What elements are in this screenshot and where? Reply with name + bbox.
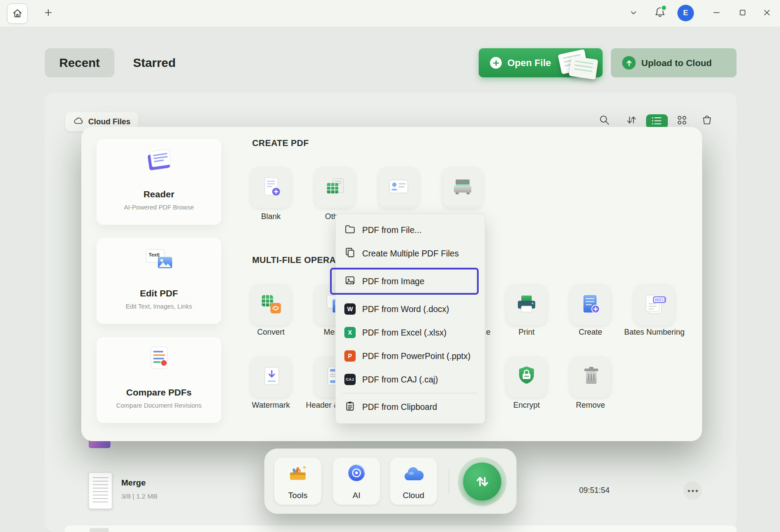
open-file-button[interactable]: Open File [479,48,603,77]
quick-convert-button[interactable] [458,457,507,506]
chevron-down-icon [628,7,639,20]
tab-recent-label: Recent [59,56,100,70]
compare-pdfs-icon [97,345,221,372]
file-time: 09:51:54 [579,486,610,495]
grid-view-toggle[interactable] [675,114,689,128]
card-title: Compare PDFs [97,387,221,398]
tab-starred[interactable]: Starred [133,48,176,77]
clipboard-icon [344,400,356,414]
file-thumbnail [90,528,109,532]
menu-item-pdf-from-powerpoint[interactable]: P PDF from PowerPoint (.pptx) [336,344,485,368]
watermark-icon [260,365,282,389]
blank-page-icon [260,175,282,200]
dock-item-label: Cloud [390,491,437,500]
card-title: Reader [97,189,221,200]
tile-blank[interactable] [250,167,291,208]
sort-icon [625,113,638,128]
menu-item-label: PDF from Excel (.xlsx) [362,328,447,338]
menu-item-pdf-from-word[interactable]: W PDF from Word (.docx) [336,297,485,321]
tile-bates-numbering[interactable]: 000123 [634,284,675,325]
maximize-button[interactable] [735,7,750,20]
dock-separator [449,468,449,494]
card-subtitle: AI-Powered PDF Browse [97,204,221,211]
card-subtitle: Compare Document Revisions [97,402,221,409]
upload-label: Upload to Cloud [641,48,712,77]
edit-pdf-icon: Text| [97,246,221,273]
dock-ai-button[interactable]: AI [333,458,380,505]
maximize-icon [738,8,747,19]
tile-convert[interactable] [250,284,291,325]
home-tab-button[interactable] [7,3,28,24]
create-pdf-dropdown-menu: PDF from File... Create Multiple PDF Fil… [335,213,485,424]
minimize-button[interactable] [709,7,724,20]
tile-label: Blank [236,212,306,221]
dock-cloud-button[interactable]: Cloud [390,458,437,505]
list-view-icon [651,116,663,127]
card-reader[interactable]: Reader AI-Powered PDF Browse [96,138,222,225]
trash-icon [579,365,602,389]
tile-label: Encrypt [492,401,561,410]
plus-circle-icon [490,57,502,69]
image-icon [344,275,356,288]
minimize-icon [712,8,721,19]
upload-arrow-icon [622,56,636,70]
menu-item-pdf-from-image[interactable]: PDF from Image [336,269,485,293]
new-tab-icon [43,7,53,20]
card-compare-pdfs[interactable]: Compare PDFs Compare Document Revisions [96,336,222,423]
notifications-button[interactable] [653,6,667,20]
upload-to-cloud-button[interactable]: Upload to Cloud [611,48,737,77]
bottom-dock: Tools AI Cloud [264,449,517,514]
tile-remove[interactable] [570,356,611,397]
row-more-button[interactable] [683,482,702,500]
tile-scanner[interactable] [442,167,483,208]
titlebar: E [0,0,780,27]
tile-watermark[interactable] [250,356,291,397]
store-icon [700,113,713,128]
tile-label: Print [492,328,561,337]
menu-item-pdf-from-file[interactable]: PDF from File... [336,218,485,242]
dock-tools-button[interactable]: Tools [274,458,321,505]
menu-item-create-multiple[interactable]: Create Multiple PDF Files [336,242,485,265]
reader-book-icon [97,146,221,173]
word-icon: W [344,303,356,315]
tile-other[interactable] [314,167,355,208]
file-thumbnail [89,472,112,509]
open-file-label: Open File [507,48,551,77]
tile-encrypt[interactable]: *** [506,356,547,397]
menu-item-label: PDF from Word (.docx) [362,304,449,314]
menu-item-pdf-from-caj[interactable]: CAJ PDF from CAJ (.caj) [336,368,485,391]
menu-item-label: PDF from File... [362,225,422,235]
menu-item-pdf-from-clipboard[interactable]: PDF from Clipboard [336,395,485,419]
next-file-row [65,525,737,532]
tab-list-button[interactable] [627,7,640,20]
menu-separator [343,393,478,393]
search-button[interactable] [597,114,611,128]
menu-item-label: PDF from Image [362,276,424,286]
card-edit-pdf[interactable]: Text| Edit PDF Edit Text, Images, Links [96,237,222,324]
new-tab-button[interactable] [42,7,55,20]
folder-icon [344,223,356,237]
create-pdf-heading: CREATE PDF [252,138,309,148]
tile-print[interactable] [506,284,547,325]
id-card-icon [387,175,410,200]
paper-stack-icon [569,56,598,80]
tile-label: Create [556,328,625,337]
user-avatar[interactable]: E [677,5,694,21]
notifications-icon [653,6,667,20]
close-button[interactable] [759,7,775,20]
menu-item-label: Create Multiple PDF Files [362,249,459,259]
avatar-initial: E [683,9,688,17]
create-page-icon [579,293,602,317]
sort-button[interactable] [624,114,638,128]
tile-create[interactable] [570,284,611,325]
dock-item-label: AI [333,491,380,500]
tile-label: Remove [556,401,625,410]
tile-id-card[interactable] [378,167,419,208]
tab-starred-label: Starred [133,56,176,70]
store-button[interactable] [700,114,714,128]
convert-arrows-icon [463,462,501,501]
svg-text:000123: 000123 [655,298,667,302]
tile-label: Bates Numbering [620,328,689,337]
tab-recent[interactable]: Recent [45,48,114,77]
menu-item-pdf-from-excel[interactable]: X PDF from Excel (.xlsx) [336,321,485,344]
